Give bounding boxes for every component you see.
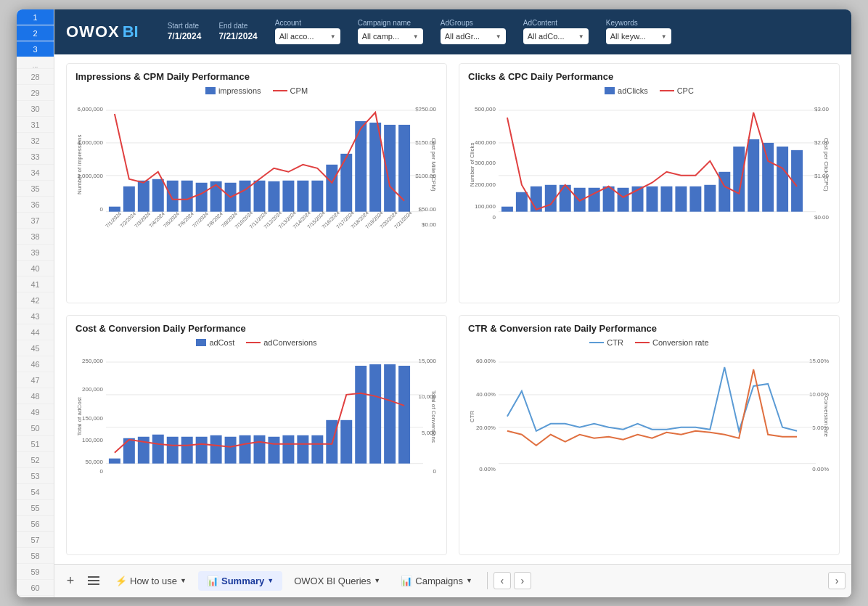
svg-rect-15 xyxy=(109,206,120,211)
keywords-dropdown[interactable]: Keywords All keyw... ▼ xyxy=(606,19,671,44)
svg-rect-117 xyxy=(210,435,222,463)
prev-sheet-button[interactable]: ‹ xyxy=(494,572,511,589)
svg-rect-130 xyxy=(398,365,410,463)
svg-rect-16 xyxy=(123,186,135,211)
svg-text:$250.00: $250.00 xyxy=(415,105,436,112)
chart3-svg-wrapper: 250,000 200,000 150,000 100,000 50,000 0… xyxy=(75,351,438,549)
adgroups-label: AdGroups xyxy=(441,19,506,27)
row-num-34: 34 xyxy=(17,165,54,181)
end-date-label: End date xyxy=(218,22,257,30)
svg-text:15.00%: 15.00% xyxy=(809,357,829,364)
account-select[interactable]: All acco... ▼ xyxy=(275,28,340,44)
ctr-conversion-rate-chart: CTR & Conversion rate Daily Performance … xyxy=(459,315,840,555)
adgroups-dropdown[interactable]: AdGroups All adGr... ▼ xyxy=(441,19,506,44)
svg-text:200,000: 200,000 xyxy=(475,181,496,187)
account-label: Account xyxy=(275,19,340,27)
svg-rect-128 xyxy=(369,364,381,463)
svg-rect-129 xyxy=(384,364,396,463)
chart2-legend-clicks: adClicks xyxy=(605,86,648,95)
chart2-svg-wrapper: 500,000 400,000 300,000 200,000 100,000 … xyxy=(468,99,830,297)
svg-text:0: 0 xyxy=(99,205,103,212)
svg-text:0: 0 xyxy=(433,467,437,474)
row-num-53: 53 xyxy=(17,468,54,484)
svg-text:500,000: 500,000 xyxy=(475,105,496,112)
svg-rect-26 xyxy=(268,181,279,211)
svg-text:CTR: CTR xyxy=(469,410,475,422)
svg-rect-124 xyxy=(311,435,323,463)
svg-rect-17 xyxy=(138,180,150,211)
row-num-1: 1 xyxy=(17,9,54,25)
summary-tab[interactable]: 📊 Summary ▼ xyxy=(198,571,282,591)
row-num-32: 32 xyxy=(17,133,54,149)
chart2-title: Clicks & CPC Daily Performance xyxy=(468,71,830,82)
svg-text:Number of Impressions: Number of Impressions xyxy=(76,134,83,194)
campaign-dropdown[interactable]: Campaign name All camp... ▼ xyxy=(358,19,423,44)
row-num-39: 39 xyxy=(17,245,54,261)
svg-text:0.00%: 0.00% xyxy=(479,465,496,472)
svg-rect-24 xyxy=(239,180,251,211)
adgroups-value: All adGr... xyxy=(445,32,480,41)
campaigns-caret: ▼ xyxy=(466,577,472,584)
row-num-49: 49 xyxy=(17,404,54,420)
add-sheet-button[interactable]: + xyxy=(60,570,81,591)
clicks-cpc-chart: Clicks & CPC Daily Performance adClicks … xyxy=(459,63,840,303)
how-to-use-label: How to use xyxy=(130,576,177,586)
row-num-52: 52 xyxy=(17,452,54,468)
svg-rect-73 xyxy=(501,206,513,211)
svg-text:250,000: 250,000 xyxy=(82,357,103,364)
queries-tab[interactable]: OWOX BI Queries ▼ xyxy=(285,571,389,591)
cpc-line-icon xyxy=(660,90,674,91)
svg-rect-19 xyxy=(167,180,179,211)
row-num-41: 41 xyxy=(17,277,54,292)
svg-text:150,000: 150,000 xyxy=(82,414,103,421)
campaign-select[interactable]: All camp... ▼ xyxy=(358,28,423,44)
keywords-value: All keyw... xyxy=(610,32,646,41)
row-num-58: 58 xyxy=(17,548,54,564)
sheets-menu-button[interactable] xyxy=(83,570,104,591)
svg-rect-91 xyxy=(762,142,774,211)
svg-text:$0.00: $0.00 xyxy=(814,213,830,220)
chart4-legend-convrate: Conversion rate xyxy=(635,338,709,347)
row-num-38: 38 xyxy=(17,229,54,245)
svg-rect-78 xyxy=(574,187,586,211)
row-num-29: 29 xyxy=(17,85,54,101)
campaign-label: Campaign name xyxy=(358,19,423,27)
end-date-value: 7/21/2024 xyxy=(218,31,257,41)
keywords-select[interactable]: All keyw... ▼ xyxy=(606,28,671,44)
start-date-group: Start date 7/1/2024 xyxy=(168,22,202,41)
svg-text:Cost per Click (CPC): Cost per Click (CPC) xyxy=(823,137,830,191)
svg-rect-86 xyxy=(689,186,701,211)
bottom-bar: + ⚡ How to use ▼ 📊 Summary ▼ OWOX BI Que… xyxy=(54,564,851,597)
next-sheet-button[interactable]: › xyxy=(514,572,531,589)
svg-text:$3.00: $3.00 xyxy=(814,105,830,112)
row-num-28: 28 xyxy=(17,69,54,85)
impressions-cpm-chart: Impressions & CPM Daily Performance impr… xyxy=(66,63,447,303)
cpm-line-icon xyxy=(273,90,287,91)
svg-rect-32 xyxy=(355,120,367,211)
chart3-legend: adCost adConversions xyxy=(75,338,438,347)
svg-text:100,000: 100,000 xyxy=(475,202,496,209)
campaigns-tab[interactable]: 📊 Campaigns ▼ xyxy=(392,571,481,591)
svg-text:0.00%: 0.00% xyxy=(812,465,829,472)
svg-rect-114 xyxy=(167,436,179,463)
how-to-use-tab[interactable]: ⚡ How to use ▼ xyxy=(107,571,195,591)
campaigns-label: Campaigns xyxy=(415,576,463,586)
row-num-43: 43 xyxy=(17,308,54,324)
svg-rect-89 xyxy=(733,146,745,211)
row-num-3: 3 xyxy=(17,41,54,57)
summary-chart-icon: 📊 xyxy=(207,576,218,586)
adcontent-dropdown[interactable]: AdContent All adCo... ▼ xyxy=(523,19,589,44)
account-dropdown[interactable]: Account All acco... ▼ xyxy=(275,19,340,44)
svg-text:Total of adCost: Total of adCost xyxy=(76,396,83,435)
row-num-55: 55 xyxy=(17,500,54,516)
row-num-56: 56 xyxy=(17,516,54,532)
logo-owox: OWOX xyxy=(66,22,120,41)
svg-rect-120 xyxy=(254,435,266,463)
adgroups-select[interactable]: All adGr... ▼ xyxy=(441,28,506,44)
scroll-right-button[interactable]: › xyxy=(828,572,846,589)
adcontent-select[interactable]: All adCo... ▼ xyxy=(523,28,589,44)
queries-caret: ▼ xyxy=(374,577,380,584)
keywords-caret: ▼ xyxy=(661,33,667,40)
account-value: All acco... xyxy=(279,32,314,41)
svg-text:Conversion rate: Conversion rate xyxy=(823,396,830,437)
